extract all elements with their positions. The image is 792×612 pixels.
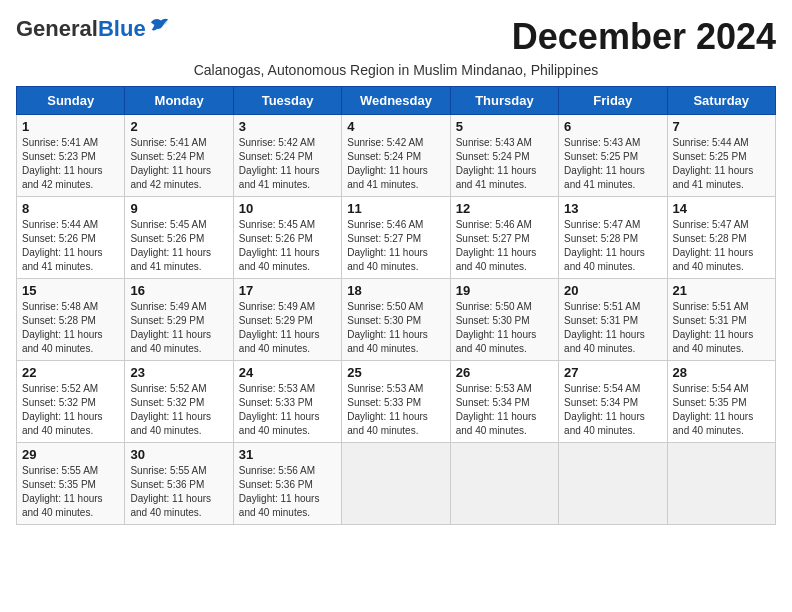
day-number: 21: [673, 283, 770, 298]
day-number: 12: [456, 201, 553, 216]
day-info: Sunrise: 5:46 AMSunset: 5:27 PMDaylight:…: [456, 218, 553, 274]
calendar-table: SundayMondayTuesdayWednesdayThursdayFrid…: [16, 86, 776, 525]
calendar-cell: 10Sunrise: 5:45 AMSunset: 5:26 PMDayligh…: [233, 197, 341, 279]
logo-text: GeneralBlue: [16, 16, 146, 42]
weekday-header-saturday: Saturday: [667, 87, 775, 115]
day-number: 1: [22, 119, 119, 134]
day-number: 11: [347, 201, 444, 216]
calendar-week-row: 8Sunrise: 5:44 AMSunset: 5:26 PMDaylight…: [17, 197, 776, 279]
calendar-cell: 27Sunrise: 5:54 AMSunset: 5:34 PMDayligh…: [559, 361, 667, 443]
calendar-cell: 6Sunrise: 5:43 AMSunset: 5:25 PMDaylight…: [559, 115, 667, 197]
day-info: Sunrise: 5:53 AMSunset: 5:33 PMDaylight:…: [347, 382, 444, 438]
day-info: Sunrise: 5:54 AMSunset: 5:35 PMDaylight:…: [673, 382, 770, 438]
calendar-body: 1Sunrise: 5:41 AMSunset: 5:23 PMDaylight…: [17, 115, 776, 525]
day-number: 27: [564, 365, 661, 380]
day-number: 24: [239, 365, 336, 380]
day-info: Sunrise: 5:42 AMSunset: 5:24 PMDaylight:…: [347, 136, 444, 192]
day-info: Sunrise: 5:49 AMSunset: 5:29 PMDaylight:…: [130, 300, 227, 356]
calendar-cell: 11Sunrise: 5:46 AMSunset: 5:27 PMDayligh…: [342, 197, 450, 279]
day-info: Sunrise: 5:46 AMSunset: 5:27 PMDaylight:…: [347, 218, 444, 274]
day-number: 22: [22, 365, 119, 380]
calendar-cell: 1Sunrise: 5:41 AMSunset: 5:23 PMDaylight…: [17, 115, 125, 197]
day-info: Sunrise: 5:43 AMSunset: 5:24 PMDaylight:…: [456, 136, 553, 192]
day-number: 31: [239, 447, 336, 462]
calendar-week-row: 1Sunrise: 5:41 AMSunset: 5:23 PMDaylight…: [17, 115, 776, 197]
calendar-cell: 19Sunrise: 5:50 AMSunset: 5:30 PMDayligh…: [450, 279, 558, 361]
day-number: 5: [456, 119, 553, 134]
calendar-cell: 12Sunrise: 5:46 AMSunset: 5:27 PMDayligh…: [450, 197, 558, 279]
day-info: Sunrise: 5:49 AMSunset: 5:29 PMDaylight:…: [239, 300, 336, 356]
day-info: Sunrise: 5:47 AMSunset: 5:28 PMDaylight:…: [564, 218, 661, 274]
calendar-cell: 14Sunrise: 5:47 AMSunset: 5:28 PMDayligh…: [667, 197, 775, 279]
logo-bird-icon: [148, 15, 170, 37]
weekday-header-row: SundayMondayTuesdayWednesdayThursdayFrid…: [17, 87, 776, 115]
weekday-header-sunday: Sunday: [17, 87, 125, 115]
day-info: Sunrise: 5:47 AMSunset: 5:28 PMDaylight:…: [673, 218, 770, 274]
calendar-cell: 7Sunrise: 5:44 AMSunset: 5:25 PMDaylight…: [667, 115, 775, 197]
day-info: Sunrise: 5:44 AMSunset: 5:25 PMDaylight:…: [673, 136, 770, 192]
calendar-cell: 20Sunrise: 5:51 AMSunset: 5:31 PMDayligh…: [559, 279, 667, 361]
calendar-cell: [342, 443, 450, 525]
day-number: 28: [673, 365, 770, 380]
calendar-cell: 30Sunrise: 5:55 AMSunset: 5:36 PMDayligh…: [125, 443, 233, 525]
logo: GeneralBlue: [16, 16, 170, 42]
day-number: 25: [347, 365, 444, 380]
calendar-cell: 3Sunrise: 5:42 AMSunset: 5:24 PMDaylight…: [233, 115, 341, 197]
day-number: 20: [564, 283, 661, 298]
day-number: 6: [564, 119, 661, 134]
day-number: 10: [239, 201, 336, 216]
day-number: 29: [22, 447, 119, 462]
day-info: Sunrise: 5:52 AMSunset: 5:32 PMDaylight:…: [130, 382, 227, 438]
calendar-cell: 25Sunrise: 5:53 AMSunset: 5:33 PMDayligh…: [342, 361, 450, 443]
calendar-cell: [667, 443, 775, 525]
calendar-cell: 24Sunrise: 5:53 AMSunset: 5:33 PMDayligh…: [233, 361, 341, 443]
day-info: Sunrise: 5:42 AMSunset: 5:24 PMDaylight:…: [239, 136, 336, 192]
day-info: Sunrise: 5:56 AMSunset: 5:36 PMDaylight:…: [239, 464, 336, 520]
day-info: Sunrise: 5:50 AMSunset: 5:30 PMDaylight:…: [456, 300, 553, 356]
calendar-cell: 17Sunrise: 5:49 AMSunset: 5:29 PMDayligh…: [233, 279, 341, 361]
day-number: 17: [239, 283, 336, 298]
calendar-week-row: 15Sunrise: 5:48 AMSunset: 5:28 PMDayligh…: [17, 279, 776, 361]
day-number: 16: [130, 283, 227, 298]
calendar-cell: 23Sunrise: 5:52 AMSunset: 5:32 PMDayligh…: [125, 361, 233, 443]
day-info: Sunrise: 5:51 AMSunset: 5:31 PMDaylight:…: [564, 300, 661, 356]
calendar-cell: 13Sunrise: 5:47 AMSunset: 5:28 PMDayligh…: [559, 197, 667, 279]
day-info: Sunrise: 5:54 AMSunset: 5:34 PMDaylight:…: [564, 382, 661, 438]
calendar-cell: 8Sunrise: 5:44 AMSunset: 5:26 PMDaylight…: [17, 197, 125, 279]
calendar-cell: 28Sunrise: 5:54 AMSunset: 5:35 PMDayligh…: [667, 361, 775, 443]
day-info: Sunrise: 5:48 AMSunset: 5:28 PMDaylight:…: [22, 300, 119, 356]
month-title: December 2024: [512, 16, 776, 58]
calendar-subtitle: Calanogas, Autonomous Region in Muslim M…: [16, 62, 776, 78]
day-info: Sunrise: 5:52 AMSunset: 5:32 PMDaylight:…: [22, 382, 119, 438]
day-info: Sunrise: 5:45 AMSunset: 5:26 PMDaylight:…: [239, 218, 336, 274]
day-info: Sunrise: 5:55 AMSunset: 5:35 PMDaylight:…: [22, 464, 119, 520]
calendar-cell: 31Sunrise: 5:56 AMSunset: 5:36 PMDayligh…: [233, 443, 341, 525]
weekday-header-friday: Friday: [559, 87, 667, 115]
calendar-cell: 22Sunrise: 5:52 AMSunset: 5:32 PMDayligh…: [17, 361, 125, 443]
calendar-week-row: 22Sunrise: 5:52 AMSunset: 5:32 PMDayligh…: [17, 361, 776, 443]
calendar-cell: 26Sunrise: 5:53 AMSunset: 5:34 PMDayligh…: [450, 361, 558, 443]
day-number: 9: [130, 201, 227, 216]
day-info: Sunrise: 5:41 AMSunset: 5:23 PMDaylight:…: [22, 136, 119, 192]
day-number: 18: [347, 283, 444, 298]
day-number: 26: [456, 365, 553, 380]
day-number: 8: [22, 201, 119, 216]
day-number: 23: [130, 365, 227, 380]
day-info: Sunrise: 5:45 AMSunset: 5:26 PMDaylight:…: [130, 218, 227, 274]
day-number: 13: [564, 201, 661, 216]
calendar-cell: 21Sunrise: 5:51 AMSunset: 5:31 PMDayligh…: [667, 279, 775, 361]
weekday-header-wednesday: Wednesday: [342, 87, 450, 115]
calendar-cell: 15Sunrise: 5:48 AMSunset: 5:28 PMDayligh…: [17, 279, 125, 361]
day-number: 19: [456, 283, 553, 298]
weekday-header-monday: Monday: [125, 87, 233, 115]
calendar-cell: 18Sunrise: 5:50 AMSunset: 5:30 PMDayligh…: [342, 279, 450, 361]
calendar-cell: [559, 443, 667, 525]
day-number: 3: [239, 119, 336, 134]
day-info: Sunrise: 5:51 AMSunset: 5:31 PMDaylight:…: [673, 300, 770, 356]
weekday-header-thursday: Thursday: [450, 87, 558, 115]
day-number: 15: [22, 283, 119, 298]
calendar-cell: 16Sunrise: 5:49 AMSunset: 5:29 PMDayligh…: [125, 279, 233, 361]
calendar-header: SundayMondayTuesdayWednesdayThursdayFrid…: [17, 87, 776, 115]
day-number: 14: [673, 201, 770, 216]
day-info: Sunrise: 5:44 AMSunset: 5:26 PMDaylight:…: [22, 218, 119, 274]
